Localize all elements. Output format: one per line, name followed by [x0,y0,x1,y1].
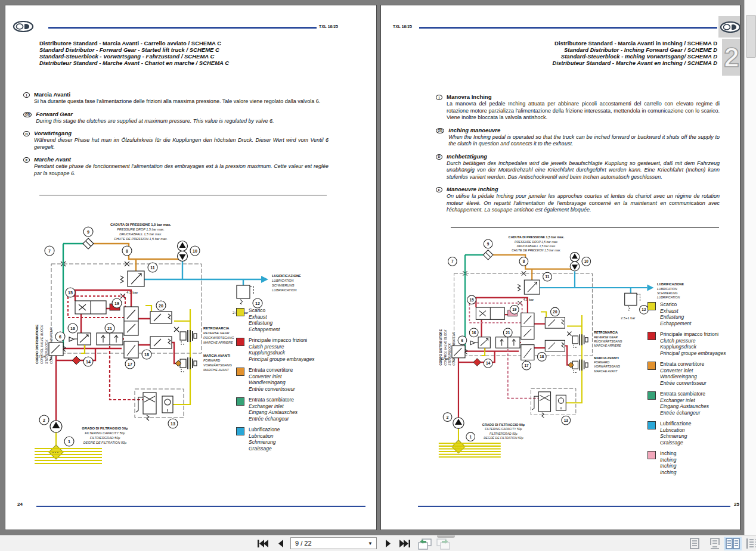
single-page-view-button[interactable] [686,537,704,550]
legend-entry: Entrata convertitoreConverter inlet Wand… [236,367,370,392]
pump-2 [453,418,464,428]
section-body: La manovra del pedale Inching attuata pe… [447,101,720,122]
nav-forward-button[interactable] [435,537,451,550]
section-divider [39,195,327,195]
svg-text:REVERSE GEAR: REVERSE GEAR [203,331,229,335]
svg-text:12: 12 [255,301,260,306]
svg-text:DEGRÉ DE FILTRATION 50µ: DEGRÉ DE FILTRATION 50µ [484,436,523,440]
svg-text:17: 17 [524,363,529,368]
svg-text:MARCHE ARRIERE: MARCHE ARRIERE [203,341,233,344]
legend-entry: Entrata scambiatoreExchanger inlet Einga… [647,391,740,416]
nav-back-icon [416,538,432,550]
svg-text:20: 20 [553,310,557,314]
header-rule [48,27,317,29]
legend-swatch [236,397,244,406]
svg-text:CONTROL VALVE BLOCK: CONTROL VALVE BLOCK [40,325,44,364]
svg-text:CONTROL VALVE BLOCK: CONTROL VALVE BLOCK [444,329,447,366]
legend-labels: ScaricoExhaust EntlastungEchappement [660,301,691,326]
first-page-button[interactable] [255,537,271,550]
svg-text:FILTRIERGRAD 50µ: FILTRIERGRAD 50µ [489,432,518,435]
svg-text:RETROMARCIA: RETROMARCIA [594,331,618,334]
legend-swatch [236,308,244,316]
valve-block-caption: CORPO DISTRIBUTORE CONTROL VALVE BLOCK S… [439,329,456,365]
legend-swatch [236,338,244,346]
valve-18 [150,337,172,348]
page-25: TXL 16/25 2 Distributore Standard - Marc… [380,5,740,530]
facing-pages-view-icon [726,538,740,549]
svg-text:FORWARD: FORWARD [594,360,609,364]
section-divider [451,227,719,228]
clutch-pressure-line [56,290,176,421]
section-body: Während dieser Phase hat man im Ölzufuhr… [34,137,329,151]
flow-arrow [647,284,653,291]
legend-labels: LubrificazioneLubrication SchmierungGrai… [660,421,691,446]
check-valve-14 [72,356,80,365]
valve-block-caption: CORPO DISTRIBUTORE CONTROL VALVE BLOCK S… [35,325,53,364]
svg-text:8: 8 [523,259,525,263]
lubrication-line [144,262,261,285]
text-section: D Inchbetätigung Durch betätigen des Inc… [436,153,720,181]
motor-symbol [570,253,580,262]
svg-text:GRADO DI FILTRAGGIO 50µ: GRADO DI FILTRAGGIO 50µ [482,423,525,427]
svg-text:CADUTA DI PRESSIONE 1,5 bar ma: CADUTA DI PRESSIONE 1,5 bar max. [110,223,171,226]
svg-text:GRADO DI FILTRAGGIO 50µ: GRADO DI FILTRAGGIO 50µ [82,427,128,430]
legend-entry: ScaricoExhaust EntlastungEchappement [236,307,370,332]
vertical-scrollbar[interactable] [744,0,756,535]
svg-text:6: 6 [461,338,464,343]
next-page-button[interactable] [380,537,396,550]
valve-21 [496,337,520,348]
svg-text:CHUTE DE PRESSION 1,5 bar max.: CHUTE DE PRESSION 1,5 bar max. [114,237,168,241]
svg-text:9: 9 [87,230,89,234]
flow-arrow [261,276,268,283]
chevron-down-icon[interactable]: ▼ [368,541,373,546]
svg-text:FORWARD: FORWARD [203,359,220,362]
nav-back-button[interactable] [416,537,432,550]
svg-text:9: 9 [487,242,489,246]
exhaust-line [56,306,190,445]
svg-text:2: 2 [447,415,449,419]
valve-20 [150,312,172,323]
valve-11 [524,280,540,294]
svg-text:8: 8 [126,249,128,253]
legend-labels: Principale impacco frizioniClutch pressu… [249,337,315,362]
valve-6 [452,346,465,358]
svg-text:REVERSE GEAR: REVERSE GEAR [594,335,618,339]
legend-entry: LubrificazioneLubrication SchmierungGrai… [647,421,740,446]
text-section: I Manovra Inching La manovra del pedale … [436,94,720,122]
svg-text:14: 14 [86,360,91,364]
header-rule [419,27,717,29]
page-24: TXL 16/25 Distributore Standard - Marcia… [5,5,377,530]
svg-text:FILTERING CAPACITY 50µ: FILTERING CAPACITY 50µ [85,431,125,435]
svg-text:DEGRÉ DE FILTRATION 50µ: DEGRÉ DE FILTRATION 50µ [83,441,126,444]
svg-text:15: 15 [469,298,474,302]
continuous-view-button[interactable] [706,537,724,550]
exchanger-line [63,244,83,350]
diagram-legend: ScaricoExhaust EntlastungEchappement Pri… [647,301,740,480]
book-view-button[interactable] [744,537,756,550]
legend-labels: Entrata scambiatoreExchanger inlet Einga… [660,391,709,416]
valve-11 [128,271,144,287]
svg-text:2: 2 [43,418,45,422]
diagram-legend: ScaricoExhaust EntlastungEchappement Pri… [236,307,370,456]
facing-pages-view-button[interactable] [724,537,742,550]
previous-page-button[interactable] [273,537,289,550]
legend-swatch [647,302,656,310]
oil-tank [439,443,501,457]
svg-text:11: 11 [546,275,550,279]
suction-filter-1 [452,440,465,453]
legend-labels: ScaricoExhaust EntlastungEchappement [249,307,280,332]
valve-15 [476,307,504,319]
svg-text:MARCIA AVANTI: MARCIA AVANTI [594,356,619,360]
language-badge: GB [23,112,32,117]
svg-text:13: 13 [171,422,175,426]
page-number-combobox[interactable]: 9 / 22 ▼ [290,537,377,549]
scrollbar-thumb[interactable] [746,15,756,58]
valve-13 [538,392,550,412]
last-page-button[interactable] [397,537,413,550]
oil-tank [35,449,102,463]
document-canvas[interactable]: TXL 16/25 Distributore Standard - Marcia… [0,0,756,535]
first-page-icon [257,539,269,548]
section-heading: Vorwärtsgang [34,130,329,136]
page-indicator: 9 / 22 [295,540,312,547]
section-body: Si ha durante questa fase l'alimentazion… [34,98,320,105]
